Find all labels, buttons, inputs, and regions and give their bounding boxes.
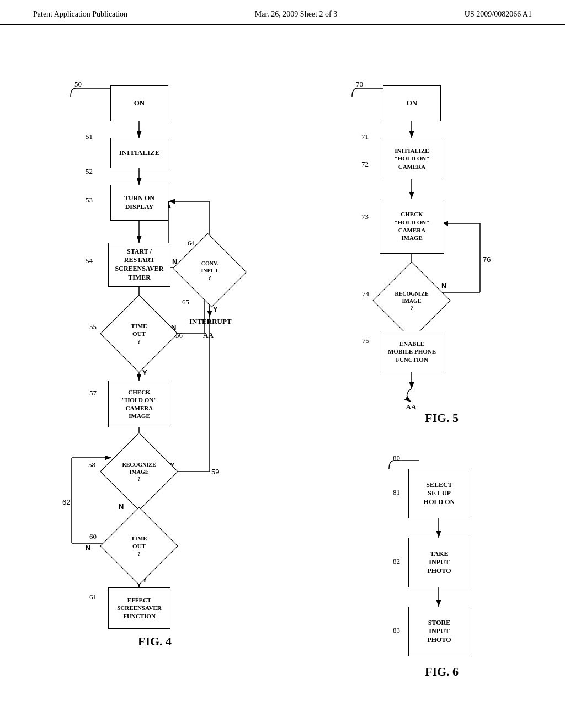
arrows-svg: N Y Y 59 N N 62 Y Y N — [0, 25, 565, 720]
fig5-check-hold-on-box: CHECK "HOLD ON" CAMERA IMAGE — [380, 199, 444, 254]
svg-text:Y: Y — [213, 305, 218, 313]
fig6-take-input-box: TAKE INPUT PHOTO — [408, 538, 470, 587]
fig4-timeout2-diamond: TIME OUT ? — [111, 518, 167, 574]
svg-text:Y: Y — [142, 368, 147, 377]
fig6-label-83: 83 — [393, 626, 400, 635]
page-header: Patent Application Publication Mar. 26, … — [0, 0, 565, 25]
fig4-label-51: 51 — [86, 132, 93, 141]
fig5-title: FIG. 5 — [425, 411, 459, 425]
fig5-label-71: 71 — [361, 132, 369, 141]
fig5-initialize-hold-on-box: INITIALIZE "HOLD ON" CAMERA — [380, 138, 444, 179]
fig4-label-54: 54 — [86, 256, 93, 265]
svg-text:59: 59 — [211, 468, 219, 476]
fig4-aa-label: AA — [203, 331, 214, 340]
fig6-title: FIG. 6 — [425, 665, 459, 679]
fig4-recognize1-diamond: RECOGNIZE IMAGE ? — [111, 444, 167, 499]
fig4-ref-50: 50 — [74, 80, 82, 89]
svg-text:N: N — [441, 282, 446, 290]
fig4-label-58: 58 — [88, 461, 95, 469]
fig4-check-hold-on-box: CHECK "HOLD ON" CAMERA IMAGE — [108, 381, 170, 427]
fig6-label-81: 81 — [393, 488, 400, 497]
fig4-label-61: 61 — [89, 593, 97, 602]
fig4-label-56: 56 — [175, 331, 183, 340]
svg-text:62: 62 — [62, 498, 70, 506]
svg-text:N: N — [86, 544, 90, 552]
fig6-label-82: 82 — [393, 557, 400, 566]
fig4-label-53: 53 — [86, 196, 93, 205]
fig4-title: FIG. 4 — [138, 634, 172, 649]
fig5-label-73: 73 — [361, 212, 369, 221]
fig6-select-setup-box: SELECT SET UP HOLD ON — [408, 469, 470, 518]
fig5-label-74: 74 — [362, 290, 369, 298]
fig4-label-64: 64 — [188, 239, 195, 248]
fig4-initialize-box: INITIALIZE — [110, 138, 168, 168]
fig5-aa-label: AA — [403, 389, 419, 411]
fig5-label-72: 72 — [361, 160, 369, 169]
fig6-store-input-box: STORE INPUT PHOTO — [408, 607, 470, 656]
svg-text:N: N — [119, 502, 124, 511]
fig4-label-55: 55 — [89, 323, 97, 331]
fig4-label-60: 60 — [89, 532, 97, 541]
fig4-label-57: 57 — [89, 389, 97, 398]
header-right: US 2009/0082066 A1 — [465, 10, 532, 19]
diagram-area: N Y Y 59 N N 62 Y Y N — [0, 25, 565, 720]
fig5-ref-70: 70 — [356, 80, 363, 89]
fig4-label-52: 52 — [86, 167, 93, 176]
fig5-recognize-diamond: RECOGNIZE IMAGE ? — [384, 273, 439, 328]
fig4-timeout1-diamond: TIME OUT ? — [111, 306, 167, 361]
fig5-aa-arrow-svg — [403, 389, 419, 403]
fig4-effect-screensaver-box: EFFECT SCREENSAVER FUNCTION — [108, 587, 170, 629]
fig4-start-restart-box: START / RESTART SCREENSAVER TIMER — [108, 243, 170, 287]
svg-text:76: 76 — [483, 255, 491, 264]
fig6-ref-80: 80 — [393, 454, 400, 463]
fig5-enable-mobile-box: ENABLE MOBILE PHONE FUNCTION — [380, 331, 444, 372]
header-center: Mar. 26, 2009 Sheet 2 of 3 — [255, 10, 337, 19]
fig4-on-box: ON — [110, 85, 168, 121]
fig4-label-65: 65 — [182, 298, 189, 307]
fig4-conv-input-diamond: CONV. INPUT ? — [182, 245, 237, 295]
fig4-turn-on-display-box: TURN ON DISPLAY — [110, 185, 168, 221]
fig5-label-75: 75 — [362, 336, 369, 345]
header-left: Patent Application Publication — [33, 10, 127, 19]
fig4-interrupt-label: INTERRUPT — [189, 317, 232, 326]
fig5-on-box: ON — [383, 85, 441, 121]
